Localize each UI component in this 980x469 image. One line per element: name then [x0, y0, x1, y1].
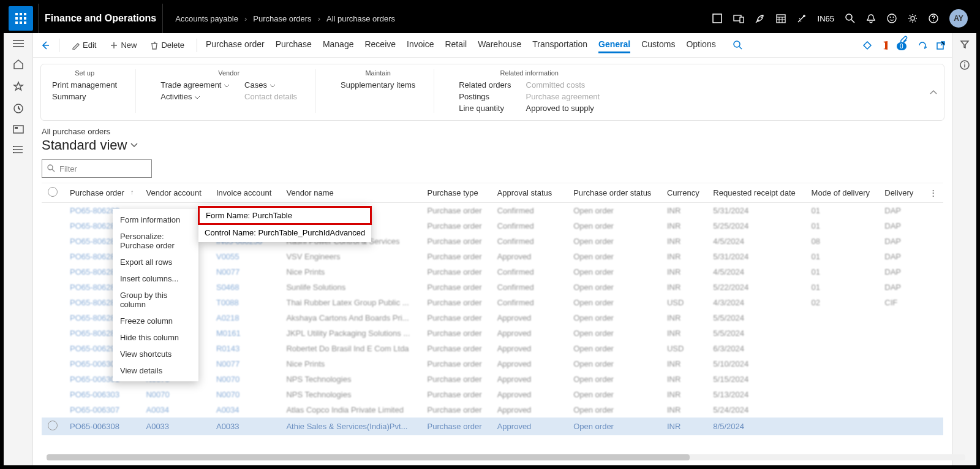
- search-icon[interactable]: [845, 13, 855, 23]
- office-icon[interactable]: [881, 40, 891, 50]
- breadcrumb: Accounts payable › Purchase orders › All…: [163, 14, 395, 23]
- bell-icon[interactable]: [866, 13, 876, 23]
- table-row[interactable]: PO65-006308A0033A0033Athie Sales & Servi…: [42, 418, 943, 435]
- filter-pane-icon[interactable]: [960, 39, 970, 49]
- ctx-group-by-this-column[interactable]: Group by this column: [113, 287, 198, 313]
- tab-manage[interactable]: Manage: [323, 37, 354, 53]
- app-launcher[interactable]: [9, 6, 33, 31]
- tab-invoice[interactable]: Invoice: [407, 37, 434, 53]
- ctx-freeze-column[interactable]: Freeze column: [113, 313, 198, 329]
- approved-to-supply-link[interactable]: Approved to supply: [526, 104, 600, 113]
- smile-icon[interactable]: [887, 13, 897, 23]
- svg-rect-4: [20, 17, 22, 20]
- attach-icon[interactable]: 0: [899, 35, 909, 56]
- postings-link[interactable]: Postings: [459, 92, 511, 101]
- svg-rect-3: [15, 17, 18, 20]
- print-management-link[interactable]: Print management: [52, 80, 117, 90]
- context-menu: Form informationPersonalize: Purchase or…: [113, 209, 198, 381]
- ctx-insert-columns-[interactable]: Insert columns...: [113, 270, 198, 287]
- col-vendor-account[interactable]: Vendor account: [140, 183, 209, 203]
- tab-transportation[interactable]: Transportation: [532, 37, 587, 53]
- table-row[interactable]: PO65-006307A0034A0034Atlas Copco India P…: [42, 402, 943, 418]
- col-delivery[interactable]: Delivery: [878, 183, 923, 203]
- refresh-icon[interactable]: [918, 40, 927, 50]
- col-invoice-account[interactable]: Invoice account: [210, 183, 280, 203]
- tab-warehouse[interactable]: Warehouse: [478, 37, 521, 53]
- edit-button[interactable]: Edit: [68, 38, 100, 52]
- form-name-item[interactable]: Form Name: PurchTable: [198, 206, 372, 225]
- square-icon[interactable]: [712, 13, 722, 23]
- devices-icon[interactable]: [733, 13, 744, 23]
- col-approval-status[interactable]: Approval status: [491, 183, 567, 203]
- popout-icon[interactable]: [936, 40, 946, 50]
- crumb-2[interactable]: All purchase orders: [326, 14, 395, 23]
- cases-link[interactable]: Cases: [244, 80, 297, 90]
- ctx-hide-this-column[interactable]: Hide this column: [113, 329, 198, 346]
- wand-icon[interactable]: [797, 13, 807, 23]
- filter-input[interactable]: Filter: [42, 159, 152, 178]
- svg-point-22: [911, 17, 914, 20]
- crumb-0[interactable]: Accounts payable: [175, 14, 238, 23]
- calendar-icon[interactable]: [776, 13, 786, 23]
- info-icon[interactable]: [960, 60, 970, 70]
- rocket-icon[interactable]: [755, 13, 765, 23]
- svg-line-41: [52, 169, 55, 172]
- gear-icon[interactable]: [908, 13, 918, 23]
- select-all[interactable]: [48, 187, 58, 197]
- more-columns-icon[interactable]: ⋮: [923, 183, 943, 203]
- tab-receive[interactable]: Receive: [364, 37, 396, 53]
- help-icon[interactable]: [929, 13, 938, 23]
- tab-retail[interactable]: Retail: [445, 37, 467, 53]
- svg-rect-34: [13, 146, 14, 147]
- view-selector[interactable]: Standard view: [42, 137, 943, 153]
- col-vendor-name[interactable]: Vendor name: [280, 183, 421, 203]
- ctx-personalize-purchase-order[interactable]: Personalize: Purchase order: [113, 228, 198, 254]
- svg-rect-11: [740, 17, 744, 23]
- horizontal-scrollbar[interactable]: [47, 454, 965, 460]
- app-name: Finance and Operations: [38, 4, 163, 33]
- avatar[interactable]: AY: [949, 9, 968, 28]
- tab-purchase[interactable]: Purchase: [276, 37, 312, 53]
- modules-icon[interactable]: [13, 145, 24, 154]
- svg-rect-1: [20, 13, 22, 15]
- company-code[interactable]: IN65: [818, 14, 834, 23]
- tab-customs[interactable]: Customs: [641, 37, 675, 53]
- col-currency[interactable]: Currency: [661, 183, 707, 203]
- new-button[interactable]: New: [106, 38, 140, 52]
- tab-purchase-order[interactable]: Purchase order: [206, 37, 265, 53]
- col-mode-of-delivery[interactable]: Mode of delivery: [805, 183, 879, 203]
- collapse-ribbon-icon[interactable]: [929, 90, 938, 96]
- diamond-icon[interactable]: [862, 40, 872, 50]
- summary-link[interactable]: Summary: [52, 92, 117, 101]
- col-purchase-type[interactable]: Purchase type: [421, 183, 491, 203]
- search-icon[interactable]: [733, 40, 743, 50]
- svg-rect-8: [24, 21, 26, 24]
- col-purchase-order-status[interactable]: Purchase order status: [567, 183, 661, 203]
- clock-icon[interactable]: [13, 103, 24, 114]
- delete-button[interactable]: Delete: [146, 38, 188, 52]
- ctx-form-information[interactable]: Form information: [113, 212, 198, 228]
- hamburger-icon[interactable]: [13, 39, 24, 48]
- workspace-icon[interactable]: [13, 125, 24, 134]
- col-requested-receipt-date[interactable]: Requested receipt date: [707, 183, 805, 203]
- table-row[interactable]: PO65-006303N0070N0070NPS TechnologiesPur…: [42, 387, 943, 402]
- activities-link[interactable]: Activities: [160, 92, 230, 101]
- line-quantity-link[interactable]: Line quantity: [459, 104, 511, 113]
- back-button[interactable]: [39, 40, 50, 51]
- svg-rect-36: [13, 152, 14, 153]
- ctx-export-all-rows[interactable]: Export all rows: [113, 254, 198, 270]
- related-orders-link[interactable]: Related orders: [459, 80, 511, 90]
- ctx-view-shortcuts[interactable]: View shortcuts: [113, 346, 198, 362]
- control-name-item[interactable]: Control Name: PurchTable_PurchIdAdvanced: [198, 224, 371, 241]
- star-icon[interactable]: [13, 81, 24, 92]
- supplementary-items-link[interactable]: Supplementary items: [341, 80, 415, 90]
- trade-agreement-link[interactable]: Trade agreement: [160, 80, 230, 90]
- svg-point-20: [890, 17, 891, 18]
- tab-general[interactable]: General: [598, 37, 630, 53]
- col-purchase-order[interactable]: Purchase order↑: [64, 183, 140, 203]
- tab-options[interactable]: Options: [686, 37, 715, 53]
- crumb-1[interactable]: Purchase orders: [253, 14, 311, 23]
- home-icon[interactable]: [13, 59, 24, 70]
- ctx-view-details[interactable]: View details: [113, 362, 198, 379]
- chevron-right-icon: ›: [244, 14, 247, 23]
